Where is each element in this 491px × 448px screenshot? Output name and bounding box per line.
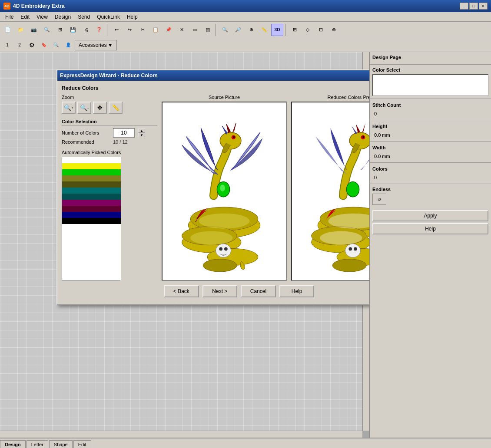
swatch-darkteal[interactable] <box>62 194 121 200</box>
swatch-darkolive[interactable] <box>62 181 121 188</box>
save-button[interactable]: 💾 <box>67 24 79 36</box>
cut-button[interactable]: ✂ <box>136 24 149 36</box>
paste-button[interactable]: 📌 <box>163 24 175 36</box>
tb2-3[interactable]: ⚙ <box>26 40 37 50</box>
horizontal-scrollbar[interactable] <box>0 431 362 438</box>
width-row: Width <box>372 144 488 153</box>
zoom-in-button[interactable]: 🔍 <box>219 24 231 36</box>
menu-help[interactable]: Help <box>123 13 141 21</box>
svg-point-14 <box>219 247 222 250</box>
zoom-fit-button[interactable]: ⊕ <box>245 24 257 36</box>
delete-button[interactable]: ✕ <box>176 24 188 36</box>
cancel-button[interactable]: Cancel <box>241 285 276 297</box>
tb2-2[interactable]: 2 <box>14 40 25 50</box>
spin-down-button[interactable]: ▼ <box>138 133 145 137</box>
help-btn[interactable]: ❓ <box>93 24 105 36</box>
toolbar1: 📄 📁 📷 🔍 ⊞ 💾 🖨 ❓ ↩ ↪ ✂ 📋 📌 ✕ ▭ ▤ 🔍 🔎 ⊕ 📏 … <box>0 22 491 38</box>
apply-button[interactable]: Apply <box>372 210 488 221</box>
tb2-6[interactable]: 👤 <box>63 40 74 50</box>
swatch-yellow[interactable] <box>62 163 121 169</box>
tab-edit[interactable]: Edit <box>73 440 91 448</box>
accessories-dropdown[interactable]: Accessories ▼ <box>75 40 117 50</box>
close-button[interactable]: ✕ <box>479 3 488 10</box>
endless-button[interactable]: ↺ <box>372 194 386 205</box>
svg-point-28 <box>345 244 361 257</box>
swatch-green[interactable] <box>62 169 121 175</box>
zoom-label: Zoom <box>62 95 157 100</box>
canvas-area[interactable]: ExpressDesign Wizard - Reduce Colors ✕ R… <box>0 52 369 438</box>
num-colors-input[interactable] <box>113 128 135 138</box>
stitch-count-value: 0 <box>374 111 377 116</box>
menu-design[interactable]: Design <box>51 13 74 21</box>
tb2-4[interactable]: 🔖 <box>38 40 50 50</box>
print-button[interactable]: 🖨 <box>80 24 92 36</box>
swatch-teal[interactable] <box>62 188 121 194</box>
transform-button[interactable]: ⊞ <box>289 24 301 36</box>
next-button[interactable]: Next > <box>202 285 237 297</box>
help-button-panel[interactable]: Help <box>372 223 488 234</box>
tab-design[interactable]: Design <box>0 440 26 448</box>
dialog-body: Reduce Colors Zoom 🔍+ 🔍- ✥ <box>57 81 369 304</box>
new-button[interactable]: 📄 <box>2 24 14 36</box>
svg-point-7 <box>190 231 232 244</box>
camera-button[interactable]: 📷 <box>28 24 40 36</box>
3d-button[interactable]: 3D <box>271 24 283 36</box>
frame-button[interactable]: ▭ <box>189 24 201 36</box>
right-panel: Design Page Color Select Stitch Count 0 … <box>369 52 491 438</box>
color-button[interactable]: ⊗ <box>328 24 340 36</box>
pan-button[interactable]: ✥ <box>93 102 107 114</box>
source-picture-label: Source Picture <box>209 95 240 100</box>
menu-view[interactable]: View <box>33 13 51 21</box>
spin-up-button[interactable]: ▲ <box>138 128 145 133</box>
recommended-label: Recommended <box>62 139 109 145</box>
help-button[interactable]: Help <box>279 285 314 297</box>
source-dragon-svg <box>176 111 272 272</box>
stitch-button[interactable]: ⊡ <box>315 24 327 36</box>
select-button[interactable]: ▤ <box>202 24 214 36</box>
svg-point-26 <box>362 136 364 138</box>
tab-shape[interactable]: Shape <box>49 440 73 448</box>
maximize-button[interactable]: □ <box>469 3 478 10</box>
tb2-5[interactable]: 🔍 <box>50 40 62 50</box>
minimize-button[interactable]: _ <box>460 3 468 10</box>
swatch-olive[interactable] <box>62 175 121 181</box>
back-button[interactable]: < Back <box>164 285 199 297</box>
tab-letter[interactable]: Letter <box>27 440 48 448</box>
colors-value-row: 0 <box>372 174 488 181</box>
open-button[interactable]: 📁 <box>15 24 27 36</box>
swatch-purple[interactable] <box>62 200 121 206</box>
tb-btn1[interactable]: ⊞ <box>54 24 66 36</box>
search-button[interactable]: 🔍 <box>41 24 53 36</box>
reduce-colors-dialog[interactable]: ExpressDesign Wizard - Reduce Colors ✕ R… <box>56 69 369 305</box>
swatch-black[interactable] <box>62 218 121 224</box>
zoom-out-button[interactable]: 🔎 <box>232 24 244 36</box>
swatch-white[interactable] <box>62 157 121 163</box>
menu-quicklink[interactable]: QuickLink <box>93 13 123 21</box>
swatch-darkpurple[interactable] <box>62 206 121 212</box>
color-sel-title: Color Selection <box>62 119 157 125</box>
menu-file[interactable]: File <box>2 13 17 21</box>
stitch-count-label: Stitch Count <box>372 102 401 108</box>
title-bar-left: 4D 4D Embroidery Extra <box>3 3 65 10</box>
ruler-button[interactable]: 📏 <box>258 24 270 36</box>
measure-button[interactable]: 📏 <box>109 102 123 114</box>
svg-point-27 <box>346 181 359 197</box>
source-preview-box: Source Picture <box>162 95 287 281</box>
zoom-out-button[interactable]: 🔍- <box>77 102 91 114</box>
color-select-box[interactable] <box>372 74 488 96</box>
accessories-label: Accessories <box>79 42 107 48</box>
color-sel-section: Color Selection Number of Colors ▲ ▼ <box>62 119 157 145</box>
node-button[interactable]: ◇ <box>302 24 314 36</box>
swatch-navy[interactable] <box>62 212 121 218</box>
menu-send[interactable]: Send <box>74 13 93 21</box>
height-section: Height 0.0 mm <box>370 120 491 142</box>
redo-button[interactable]: ↪ <box>123 24 136 36</box>
menu-edit[interactable]: Edit <box>17 13 33 21</box>
reduced-dragon-svg <box>306 111 369 272</box>
tb2-1[interactable]: 1 <box>2 40 13 50</box>
zoom-in-button[interactable]: 🔍+ <box>62 102 76 114</box>
svg-point-29 <box>348 247 352 250</box>
copy-button[interactable]: 📋 <box>149 24 162 36</box>
source-picture-image <box>162 102 287 281</box>
undo-button[interactable]: ↩ <box>110 24 123 36</box>
